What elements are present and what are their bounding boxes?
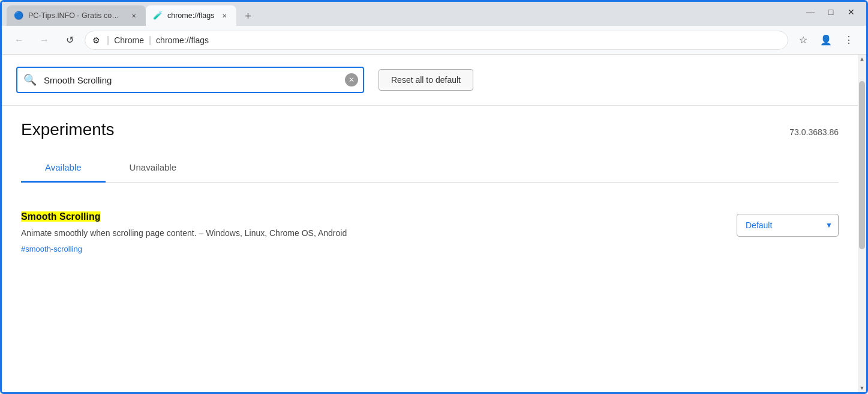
tabs-row: 🔵 PC-Tips.INFO - Gratis computer t ✕ 🧪 c… xyxy=(2,2,258,26)
address-url: chrome://flags xyxy=(156,35,209,45)
scrollbar-up-arrow[interactable]: ▲ xyxy=(858,55,866,63)
address-bar[interactable]: ⚙ | Chrome | chrome://flags xyxy=(85,31,788,50)
search-input-wrapper: 🔍 ✕ xyxy=(16,67,364,93)
flag-dropdown-select[interactable]: Default Enabled Disabled xyxy=(737,214,839,237)
experiments-section: Experiments 73.0.3683.86 Available Unava… xyxy=(2,106,858,268)
title-bar: 🔵 PC-Tips.INFO - Gratis computer t ✕ 🧪 c… xyxy=(2,2,866,26)
address-divider: | xyxy=(107,35,109,46)
new-tab-button[interactable]: + xyxy=(239,7,258,26)
search-input[interactable] xyxy=(16,67,364,93)
page-content: 🔍 ✕ Reset all to default Experiments 73.… xyxy=(2,55,866,392)
reload-button[interactable]: ↺ xyxy=(59,30,80,50)
forward-button[interactable]: → xyxy=(34,30,55,50)
exp-tabs: Available Unavailable xyxy=(21,154,839,183)
reset-all-button[interactable]: Reset all to default xyxy=(379,69,473,91)
active-tab-close[interactable]: ✕ xyxy=(220,11,229,20)
browser-window: 🔵 PC-Tips.INFO - Gratis computer t ✕ 🧪 c… xyxy=(0,0,868,394)
window-controls: — □ ✕ xyxy=(805,7,857,17)
menu-button[interactable]: ⋮ xyxy=(839,30,859,50)
bookmark-button[interactable]: ☆ xyxy=(793,30,813,50)
inactive-tab-favicon: 🔵 xyxy=(14,11,23,20)
inactive-tab-close[interactable]: ✕ xyxy=(129,11,139,20)
page-main: 🔍 ✕ Reset all to default Experiments 73.… xyxy=(2,55,858,392)
address-favicon: ⚙ xyxy=(92,35,102,45)
address-pipe: | xyxy=(149,35,151,46)
search-icon: 🔍 xyxy=(23,73,37,86)
flag-name-wrapper: Smooth Scrolling xyxy=(21,211,713,222)
tab-active[interactable]: 🧪 chrome://flags ✕ xyxy=(146,5,236,26)
nav-icons-right: ☆ 👤 ⋮ xyxy=(793,30,859,50)
version-text: 73.0.3683.86 xyxy=(789,127,839,137)
flags-search-bar: 🔍 ✕ Reset all to default xyxy=(2,55,858,106)
flag-description: Animate smoothly when scrolling page con… xyxy=(21,227,713,240)
back-button[interactable]: ← xyxy=(9,30,29,50)
search-clear-button[interactable]: ✕ xyxy=(345,73,358,86)
flag-dropdown[interactable]: Default Enabled Disabled ▼ xyxy=(737,214,839,237)
flags-list: Smooth Scrolling Animate smoothly when s… xyxy=(21,183,839,268)
scrollbar-down-arrow[interactable]: ▼ xyxy=(858,384,866,392)
address-browser-label: Chrome xyxy=(114,35,144,45)
experiments-header: Experiments 73.0.3683.86 xyxy=(21,120,839,139)
close-button[interactable]: ✕ xyxy=(846,7,857,17)
flag-info: Smooth Scrolling Animate smoothly when s… xyxy=(21,211,737,254)
tab-inactive[interactable]: 🔵 PC-Tips.INFO - Gratis computer t ✕ xyxy=(7,5,146,26)
scrollbar[interactable]: ▲ ▼ xyxy=(858,55,866,392)
experiments-title: Experiments xyxy=(21,120,115,139)
maximize-button[interactable]: □ xyxy=(825,7,836,17)
tab-unavailable[interactable]: Unavailable xyxy=(106,154,200,183)
active-tab-title: chrome://flags xyxy=(167,11,215,20)
nav-bar: ← → ↺ ⚙ | Chrome | chrome://flags ☆ 👤 ⋮ xyxy=(2,26,866,55)
flag-anchor-link[interactable]: #smooth-scrolling xyxy=(21,244,82,253)
profile-button[interactable]: 👤 xyxy=(816,30,836,50)
minimize-button[interactable]: — xyxy=(805,7,816,17)
inactive-tab-title: PC-Tips.INFO - Gratis computer t xyxy=(28,11,124,20)
scrollbar-thumb[interactable] xyxy=(859,81,865,249)
active-tab-favicon: 🧪 xyxy=(153,11,163,20)
tab-available[interactable]: Available xyxy=(21,154,106,183)
flag-item: Smooth Scrolling Animate smoothly when s… xyxy=(21,202,839,268)
flag-name: Smooth Scrolling xyxy=(21,211,100,222)
